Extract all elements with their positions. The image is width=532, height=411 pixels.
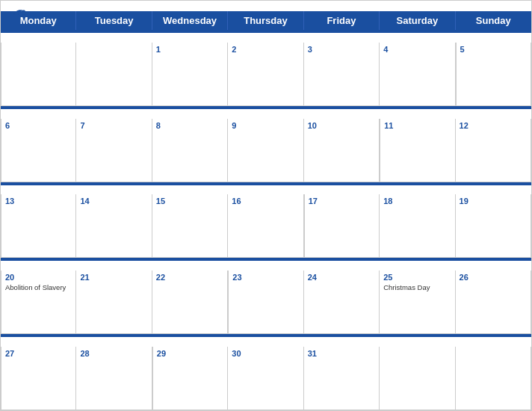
day-number: 6 — [5, 121, 72, 130]
day-cell-19: 19 — [456, 194, 531, 258]
holiday-label: Christmas Day — [383, 283, 451, 292]
week-divider-0 — [1, 30, 531, 33]
calendar-container: MondayTuesdayWednesdayThursdayFridaySatu… — [0, 0, 532, 411]
day-number: 14 — [80, 197, 147, 206]
day-number: 15 — [156, 197, 223, 206]
day-number: 11 — [384, 121, 451, 130]
day-number: 4 — [383, 45, 451, 54]
logo — [13, 7, 28, 17]
week-divider-1 — [1, 106, 531, 109]
day-cell-9: 9 — [228, 119, 303, 182]
day-cell-28: 28 — [76, 347, 152, 410]
day-number: 7 — [80, 121, 147, 130]
day-cell-14: 14 — [76, 194, 152, 258]
day-cell-21: 21 — [76, 271, 152, 334]
day-number: 2 — [232, 45, 299, 54]
day-number: 5 — [460, 45, 527, 54]
day-cell-17: 17 — [304, 194, 380, 258]
day-number: 12 — [460, 121, 527, 130]
logo-bird-icon — [13, 7, 26, 17]
day-number: 26 — [460, 273, 527, 282]
day-header-saturday: Saturday — [380, 11, 455, 30]
day-cell-7: 7 — [76, 119, 152, 182]
day-number: 28 — [80, 349, 147, 358]
day-cell-empty — [76, 43, 152, 106]
day-header-friday: Friday — [304, 11, 380, 30]
day-number: 1 — [156, 45, 223, 54]
day-cell-1: 1 — [152, 43, 228, 106]
day-cell-empty — [380, 347, 455, 410]
calendar-header — [1, 1, 531, 11]
day-headers-row: MondayTuesdayWednesdayThursdayFridaySatu… — [1, 11, 531, 30]
day-cell-12: 12 — [456, 119, 531, 182]
day-cell-10: 10 — [304, 119, 380, 182]
day-number: 16 — [232, 197, 299, 206]
day-cell-5: 5 — [456, 43, 531, 106]
day-number: 8 — [156, 121, 223, 130]
day-cell-8: 8 — [152, 119, 228, 182]
day-cell-22: 22 — [152, 271, 228, 334]
day-header-wednesday: Wednesday — [152, 11, 228, 30]
day-cell-4: 4 — [380, 43, 455, 106]
day-cell-2: 2 — [228, 43, 303, 106]
day-cell-18: 18 — [380, 194, 455, 258]
day-number: 13 — [5, 197, 72, 206]
day-header-sunday: Sunday — [456, 11, 531, 30]
day-cell-13: 13 — [1, 194, 76, 258]
day-cell-27: 27 — [1, 347, 76, 410]
day-number: 20 — [5, 273, 72, 282]
day-cell-6: 6 — [1, 119, 76, 182]
week-divider-4 — [1, 334, 531, 337]
day-cell-3: 3 — [304, 43, 380, 106]
day-header-tuesday: Tuesday — [76, 11, 152, 30]
day-number: 19 — [460, 197, 527, 206]
day-number: 18 — [383, 197, 451, 206]
day-header-thursday: Thursday — [228, 11, 303, 30]
day-number: 22 — [156, 273, 223, 282]
day-cell-16: 16 — [228, 194, 303, 258]
day-cell-31: 31 — [304, 347, 380, 410]
day-cell-25: 25Christmas Day — [380, 271, 455, 334]
day-cell-empty — [1, 43, 76, 106]
day-cell-30: 30 — [228, 347, 303, 410]
day-cell-26: 26 — [456, 271, 531, 334]
day-cell-20: 20Abolition of Slavery — [1, 271, 76, 334]
day-number: 9 — [232, 121, 299, 130]
day-number: 17 — [309, 197, 375, 206]
day-number: 31 — [308, 349, 375, 358]
day-cell-empty — [456, 347, 531, 410]
day-cell-23: 23 — [228, 271, 303, 334]
week-divider-3 — [1, 258, 531, 261]
day-number: 21 — [80, 273, 147, 282]
day-number: 30 — [232, 349, 299, 358]
day-number: 3 — [308, 45, 375, 54]
day-number: 10 — [308, 121, 375, 130]
day-cell-24: 24 — [304, 271, 380, 334]
day-number: 29 — [157, 349, 223, 358]
day-cell-15: 15 — [152, 194, 228, 258]
holiday-label: Abolition of Slavery — [5, 283, 72, 292]
week-divider-2 — [1, 182, 531, 185]
calendar-grid: 1234567891011121314151617181920Abolition… — [1, 30, 531, 410]
day-number: 23 — [232, 273, 299, 282]
day-number: 25 — [383, 273, 451, 282]
day-number: 27 — [5, 349, 72, 358]
day-cell-11: 11 — [380, 119, 455, 182]
day-number: 24 — [308, 273, 375, 282]
day-cell-29: 29 — [152, 347, 228, 410]
